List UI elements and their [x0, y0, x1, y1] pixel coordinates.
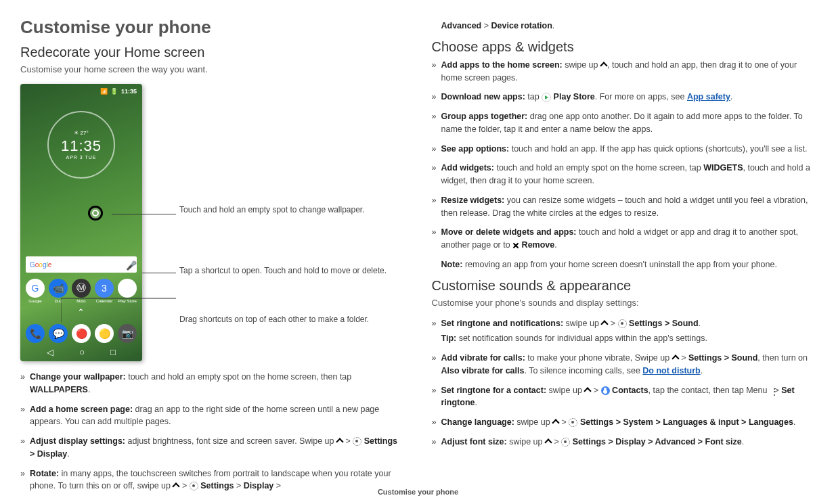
clock-temp: ☀ 27° [74, 130, 88, 136]
bullet-group-apps: Group apps together: drag one app onto a… [432, 110, 816, 136]
bullet-contact-ringtone: Set ringtone for a contact: swipe up > C… [432, 384, 816, 410]
chevron-up-icon [584, 386, 591, 393]
bullet-download-apps: Download new apps: tap Play Store. For m… [432, 91, 816, 104]
bullet-font-size: Adjust font size: swipe up > Settings > … [432, 436, 816, 449]
bullet-add-widgets: Add widgets: touch and hold an empty spo… [432, 162, 816, 187]
note-remove: Note: removing an app from your home scr… [432, 258, 816, 271]
app-row-2: 📞 💬 🔴 🟡 📷 [26, 324, 137, 343]
intro-text: Customise your home screen the way you w… [20, 64, 405, 74]
page-footer: Customise your phone [0, 488, 836, 496]
chevron-up-icon [672, 354, 679, 361]
battery-icon: 🔋 [110, 88, 118, 95]
gear-icon [353, 437, 361, 446]
app-phone: 📞 [26, 324, 45, 343]
bullet-wallpaper: Change your wallpaper: touch and hold an… [20, 371, 405, 396]
gear-icon [618, 319, 627, 328]
app-chrome: 🔴 [72, 324, 91, 343]
nav-back-icon: ◁ [47, 347, 53, 357]
bullet-app-options: See app options: touch and hold an app. … [432, 143, 816, 156]
app-messages: 💬 [49, 324, 68, 343]
bullet-ringtone: Set ringtone and notifications: swipe up… [432, 317, 816, 330]
sounds-intro: Customise your phone's sounds and displa… [432, 298, 816, 308]
section-redecorate: Redecorate your Home screen [20, 45, 405, 60]
sounds-list-2: Add vibrate for calls: to make your phon… [432, 352, 816, 449]
callout-3: Drag shortcuts on top of each other to m… [179, 314, 369, 325]
menu-dots-icon [770, 386, 772, 394]
callout-1: Touch and hold an empty spot to change w… [179, 204, 365, 216]
bullet-display-settings: Adjust display settings: adjust brightne… [20, 435, 405, 461]
callout-line-2 [142, 273, 176, 273]
mic-icon: 🎤 [126, 260, 133, 269]
bullet-vibrate: Add vibrate for calls: to make your phon… [432, 352, 816, 377]
gear-icon [569, 418, 577, 427]
chevron-up-icon [336, 437, 343, 444]
play-store-icon [542, 93, 551, 102]
section-choose-apps: Choose apps & widgets [432, 39, 816, 55]
app-google: GGoogle [26, 279, 45, 298]
tip-ringtone: Tip: set notification sounds for individ… [432, 332, 816, 345]
link-app-safety[interactable]: App safety [687, 92, 730, 101]
chevron-up-icon [600, 61, 607, 68]
chevron-up-icon [601, 319, 608, 326]
sounds-list: Set ringtone and notifications: swipe up… [432, 317, 816, 330]
bullet-add-page: Add a home screen page: drag an app to t… [20, 403, 405, 429]
callout-line-1 [112, 214, 176, 214]
chevron-up-icon [552, 418, 559, 425]
section-sounds: Customise sounds & appearance [432, 278, 816, 294]
rotate-continuation: Advanced > Device rotation. [432, 20, 816, 32]
clock-widget: ☀ 27° 11:35 APR 3 TUE [47, 111, 115, 179]
page-title: Customise your phone [20, 17, 405, 38]
x-icon [512, 242, 519, 249]
clock-date: APR 3 TUE [66, 155, 96, 160]
clock-time: 11:35 [61, 137, 102, 155]
contacts-icon [601, 386, 610, 395]
callouts: Touch and hold an empty spot to change w… [149, 84, 405, 361]
bullet-resize-widgets: Resize widgets: you can resize some widg… [432, 194, 816, 220]
gear-icon [561, 438, 570, 446]
nav-recent-icon: □ [110, 347, 116, 357]
nav-bar: ◁ ○ □ [20, 347, 142, 357]
google-logo: Google [30, 261, 51, 269]
left-bullet-list: Change your wallpaper: touch and hold an… [20, 371, 405, 492]
bullet-language: Change language: swipe up > Settings > S… [432, 416, 816, 429]
chevron-up-icon [545, 438, 552, 444]
touch-ring-indicator [88, 206, 103, 221]
bullet-add-apps: Add apps to the home screen: swipe up , … [432, 59, 816, 85]
left-column: Customise your phone Redecorate your Hom… [20, 17, 405, 499]
apps-list: Add apps to the home screen: swipe up , … [432, 59, 816, 252]
right-column: Advanced > Device rotation. Choose apps … [432, 17, 816, 499]
app-photos: 🟡 [95, 324, 114, 343]
status-time: 11:35 [121, 88, 137, 95]
app-camera: 📷 [118, 324, 137, 343]
search-bar: Google 🎤 [26, 256, 137, 273]
callout-2: Tap a shortcut to open. Touch and hold t… [179, 265, 387, 277]
link-dnd[interactable]: Do not disturb [642, 366, 700, 375]
signal-icon: 📶 [100, 88, 108, 95]
nav-home-icon: ○ [79, 347, 85, 357]
status-bar: 📶 🔋 11:35 [99, 88, 137, 95]
bullet-move-delete: Move or delete widgets and apps: touch a… [432, 226, 816, 252]
